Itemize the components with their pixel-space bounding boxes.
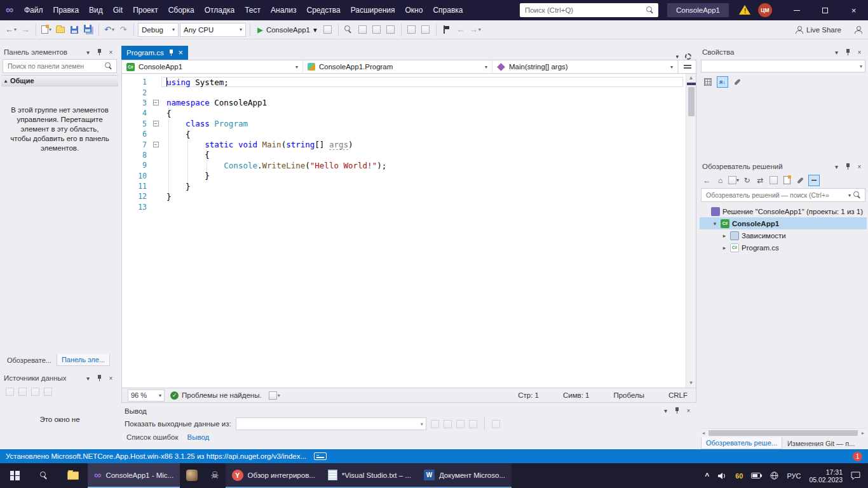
- volume-icon[interactable]: [717, 472, 727, 480]
- close-panel-button[interactable]: ×: [684, 406, 693, 416]
- document-health-indicator[interactable]: ✓ Проблемы не найдены.: [170, 391, 262, 400]
- left-dock-tab-0[interactable]: Обозревате...: [3, 355, 56, 366]
- clear-all-icon[interactable]: [444, 420, 452, 428]
- char-indicator[interactable]: Симв: 1: [563, 391, 590, 399]
- output-settings-icon[interactable]: [492, 420, 500, 428]
- pin-icon[interactable]: [168, 50, 174, 57]
- code-line[interactable]: 6 {: [122, 129, 686, 139]
- window-position-button[interactable]: ▾: [832, 162, 841, 172]
- notification-warning-icon[interactable]: !: [739, 4, 752, 16]
- code-line[interactable]: 9 Console.WriteLine("Hello World!");: [122, 160, 686, 170]
- fold-collapse-icon[interactable]: −: [153, 100, 159, 105]
- menu-item-0[interactable]: Файл: [19, 0, 48, 20]
- taskbar-app-3[interactable]: YОбзор интегриров...: [226, 463, 322, 488]
- code-line[interactable]: 10 }: [122, 171, 686, 181]
- tray-expand-icon[interactable]: ^: [705, 471, 709, 480]
- split-window-button[interactable]: [678, 60, 696, 73]
- battery-icon[interactable]: [751, 473, 762, 478]
- menu-item-9[interactable]: Средства: [302, 0, 346, 20]
- pin-button[interactable]: [843, 48, 853, 57]
- find-in-files-button[interactable]: [356, 23, 369, 37]
- live-share-button[interactable]: Live Share: [795, 26, 864, 34]
- menu-item-3[interactable]: Git: [108, 0, 128, 20]
- action-center-icon[interactable]: [851, 471, 860, 480]
- pin-button[interactable]: [843, 162, 853, 172]
- tree-expander-icon[interactable]: ▾: [712, 220, 718, 227]
- clock[interactable]: 17:31 05.02.2023: [809, 468, 843, 484]
- window-position-button[interactable]: ▾: [832, 48, 841, 57]
- menu-item-7[interactable]: Тест: [240, 0, 266, 20]
- code-line[interactable]: 2: [122, 87, 686, 97]
- menu-item-6[interactable]: Отладка: [200, 0, 240, 20]
- code-line[interactable]: 1using System;: [122, 77, 686, 87]
- bottom-panel-tab-1[interactable]: Вывод: [187, 433, 210, 441]
- menu-item-4[interactable]: Проект: [128, 0, 163, 20]
- collapse-all-button[interactable]: [768, 174, 779, 186]
- switch-views-button[interactable]: ←: [702, 174, 712, 186]
- start-debugging-button[interactable]: ▶ ConsoleApp1 ▾: [254, 23, 320, 37]
- open-file-button[interactable]: [54, 23, 67, 37]
- save-all-button[interactable]: [82, 23, 95, 37]
- refresh-button[interactable]: ↻: [742, 174, 752, 186]
- previous-bookmark-button[interactable]: ←: [454, 23, 467, 37]
- redo-button[interactable]: ↷: [117, 23, 130, 37]
- code-line[interactable]: 7− static void Main(string[] args): [122, 139, 686, 149]
- pin-button[interactable]: [672, 406, 682, 416]
- sync-with-active-document-button[interactable]: ⇄: [755, 174, 766, 186]
- code-cleanup-button[interactable]: ▾: [268, 388, 281, 402]
- navigate-backward-button[interactable]: ←▾: [4, 23, 18, 37]
- pin-button[interactable]: [95, 374, 104, 383]
- scroll-down-icon[interactable]: ▼: [689, 379, 694, 388]
- user-avatar[interactable]: ЦМ: [758, 3, 772, 17]
- solution-search-input[interactable]: [705, 191, 846, 200]
- comment-button[interactable]: [405, 23, 418, 37]
- home-button[interactable]: ⌂: [715, 174, 726, 186]
- tree-item-1[interactable]: ▾C#ConsoleApp1: [700, 217, 867, 229]
- fold-collapse-icon[interactable]: −: [153, 121, 159, 126]
- tree-item-0[interactable]: Решение "ConsoleApp1" (проекты: 1 из 1): [700, 205, 867, 217]
- properties-object-dropdown[interactable]: ▾: [701, 60, 865, 72]
- document-list-button[interactable]: ▾: [675, 53, 679, 60]
- close-panel-button[interactable]: ×: [106, 374, 116, 383]
- save-button[interactable]: [68, 23, 81, 37]
- line-indicator[interactable]: Стр: 1: [518, 391, 539, 399]
- taskbar-app-2[interactable]: ☠: [204, 463, 225, 488]
- taskbar-search-button[interactable]: [29, 463, 58, 488]
- undo-button[interactable]: ↶▾: [103, 23, 116, 37]
- solution-explorer-shortcut-button[interactable]: [370, 23, 383, 37]
- code-line[interactable]: 11 }: [122, 181, 686, 191]
- navigate-forward-button[interactable]: →: [19, 23, 32, 37]
- quick-search-box[interactable]: [520, 3, 658, 17]
- close-button[interactable]: ×: [839, 0, 868, 20]
- right-dock-tab-0[interactable]: Обозреватель реше...: [701, 437, 782, 449]
- menu-item-12[interactable]: Справка: [428, 0, 468, 20]
- taskbar-app-0[interactable]: ∞ConsoleApp1 - Mic...: [88, 463, 180, 488]
- word-wrap-icon[interactable]: [456, 420, 465, 428]
- menu-item-5[interactable]: Сборка: [163, 0, 200, 20]
- close-panel-button[interactable]: ×: [855, 48, 864, 57]
- window-position-button[interactable]: ▾: [661, 406, 670, 416]
- output-source-dropdown[interactable]: ▾: [236, 417, 426, 430]
- close-panel-button[interactable]: ×: [106, 48, 116, 57]
- eol-indicator[interactable]: CRLF: [668, 391, 688, 399]
- minimize-button[interactable]: [782, 0, 811, 20]
- solution-configuration-dropdown[interactable]: Debug▾: [138, 23, 179, 37]
- maximize-button[interactable]: [811, 0, 839, 20]
- document-tab-programcs[interactable]: Program.cs ×: [121, 46, 188, 60]
- properties-shortcut-button[interactable]: [795, 174, 806, 186]
- menu-item-10[interactable]: Расширения: [346, 0, 400, 20]
- code-line[interactable]: 5− class Program: [122, 119, 686, 129]
- window-position-button[interactable]: ▾: [83, 374, 93, 383]
- taskbar-app-5[interactable]: WДокумент Microso...: [417, 463, 512, 488]
- notification-badge[interactable]: 1: [853, 452, 862, 461]
- scroll-left-icon[interactable]: ◄: [700, 431, 707, 435]
- code-line[interactable]: 8 {: [122, 150, 686, 160]
- team-explorer-shortcut-button[interactable]: [384, 23, 397, 37]
- tree-expander-icon[interactable]: ▸: [721, 245, 728, 251]
- quick-find-button[interactable]: [342, 23, 355, 37]
- signed-project-badge[interactable]: ConsoleApp1: [667, 3, 729, 17]
- left-dock-tab-1[interactable]: Панель эле...: [57, 354, 110, 366]
- type-dropdown[interactable]: ConsoleApp1.Program ▾: [303, 60, 492, 73]
- tree-expander-icon[interactable]: ▸: [721, 233, 728, 239]
- ds-toolbar-icon[interactable]: [18, 388, 27, 396]
